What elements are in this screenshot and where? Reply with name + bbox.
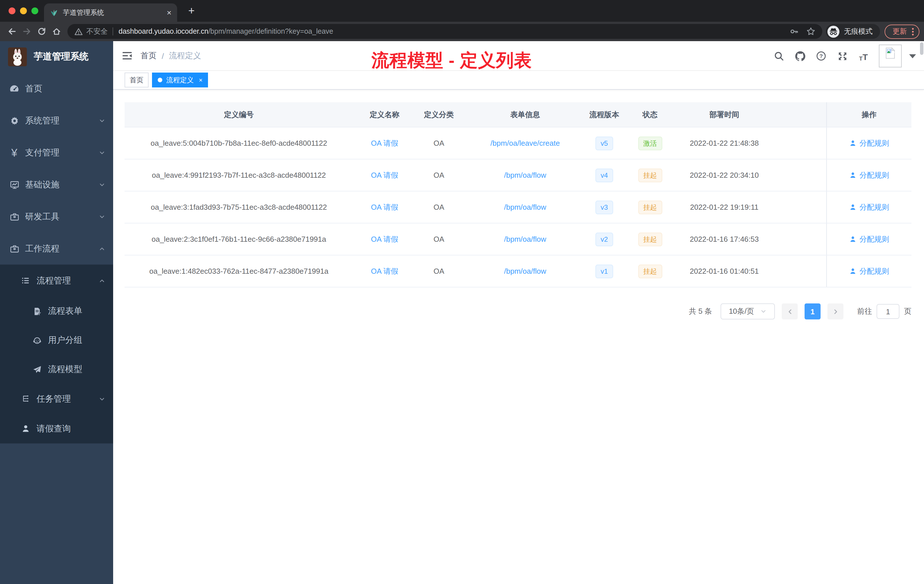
definition-name-link[interactable]: OA 请假 [371,234,398,243]
sidebar-item-label: 流程管理 [36,275,99,286]
prev-page-button[interactable] [782,304,798,319]
column-header: 定义分类 [416,109,462,120]
table-row: oa_leave:3:1fad3d93-7b75-11ec-a3c8-acde4… [125,191,911,223]
annotation-title: 流程模型 - 定义列表 [371,49,532,73]
browser-update-button[interactable]: 更新 [884,24,919,39]
svg-text:?: ? [819,53,823,59]
avatar[interactable] [879,45,902,68]
browser-chrome: 芋道管理系统 × + [0,0,924,41]
url-host: dashboard.yudao.iocoder.cn [119,27,208,35]
sidebar-item-label: 任务管理 [36,393,99,404]
window-minimize-button[interactable] [20,7,27,14]
assign-rule-button[interactable]: 分配规则 [849,202,889,212]
deploy-time: 2022-01-16 01:40:51 [680,267,769,276]
briefcase-icon [9,243,20,254]
address-bar[interactable]: 不安全 dashboard.yudao.iocoder.cn/bpm/manag… [68,24,822,39]
security-label[interactable]: 不安全 [86,26,108,36]
column-header: 定义编号 [125,109,353,120]
sidebar-item-process-form[interactable]: 流程表单 [0,297,113,326]
security-warning-icon[interactable] [74,27,83,36]
page-size-value: 10条/页 [729,306,754,317]
favicon-plant-icon [50,8,58,17]
status-badge: 挂起 [638,168,662,182]
assign-rule-button[interactable]: 分配规则 [849,170,889,180]
assign-rule-label: 分配规则 [860,234,889,244]
tag-process-definition[interactable]: 流程定义 × [152,73,208,87]
incognito-icon [827,25,840,38]
browser-tab[interactable]: 芋道管理系统 × [44,3,177,22]
tag-home[interactable]: 首页 [125,73,148,87]
key-icon[interactable] [790,27,799,36]
font-size-icon[interactable]: TT [858,50,869,62]
avatar-dropdown-icon[interactable] [909,54,916,58]
list-tree-icon [21,276,31,286]
bookmark-star-icon[interactable] [806,27,815,36]
sidebar-item-devtools[interactable]: 研发工具 [0,201,113,233]
form-link[interactable]: /bpm/oa/leave/create [490,139,560,147]
form-link[interactable]: /bpm/oa/flow [504,267,546,276]
goto-page-input[interactable] [876,304,899,319]
assign-rule-button[interactable]: 分配规则 [849,138,889,148]
tag-close-icon[interactable]: × [199,77,203,83]
assign-rule-button[interactable]: 分配规则 [849,266,889,276]
home-icon[interactable] [49,24,64,39]
header-actions: ? TT [773,41,916,71]
chevron-up-icon [99,246,105,252]
paper-plane-icon [32,364,42,374]
sidebar-item-home[interactable]: 首页 [0,73,113,105]
url-path: /bpm/manager/definition?key=oa_leave [208,27,333,35]
definition-id: oa_leave:1:482ec033-762a-11ec-8477-a2380… [125,267,353,276]
table-row: oa_leave:4:991f2193-7b7f-11ec-a3c8-acde4… [125,159,911,191]
tag-label: 流程定义 [166,75,194,85]
sidebar-item-process-mgmt[interactable]: 流程管理 [0,265,113,297]
back-icon[interactable] [5,24,20,39]
form-link[interactable]: /bpm/oa/flow [504,171,546,180]
sidebar-item-process-model[interactable]: 流程模型 [0,355,113,384]
task-tree-icon [21,394,31,404]
form-link[interactable]: /bpm/oa/flow [504,203,546,211]
sidebar-item-user-group[interactable]: 用户分组 [0,326,113,355]
sidebar-item-task-mgmt[interactable]: 任务管理 [0,384,113,414]
assign-rule-button[interactable]: 分配规则 [849,234,889,244]
browser-toolbar: 不安全 dashboard.yudao.iocoder.cn/bpm/manag… [0,22,924,41]
definition-name-link[interactable]: OA 请假 [371,171,398,179]
new-tab-button[interactable]: + [185,5,198,17]
sidebar-item-label: 系统管理 [25,115,99,126]
github-icon[interactable] [794,50,806,62]
column-header: 流程版本 [589,109,620,120]
sidebar-item-leave-query[interactable]: 请假查询 [0,414,113,444]
status-badge: 激活 [638,136,662,150]
reload-icon[interactable] [34,24,49,39]
sidebar-item-label: 流程模型 [48,364,105,375]
page-size-select[interactable]: 10条/页 [721,304,775,319]
tab-close-icon[interactable]: × [167,8,172,16]
sidebar-logo[interactable]: 芋道管理系统 [0,41,113,73]
breadcrumb-home[interactable]: 首页 [140,51,157,61]
sidebar-item-infra[interactable]: 基础设施 [0,168,113,201]
definition-name-link[interactable]: OA 请假 [371,139,398,147]
sidebar-item-payment[interactable]: ¥ 支付管理 [0,137,113,168]
page-content: 定义编号 定义名称 定义分类 表单信息 流程版本 状态 部署时间 操作 oa_l… [113,90,924,319]
form-link[interactable]: /bpm/oa/flow [504,235,546,243]
browser-menu-icon[interactable] [912,28,914,35]
sidebar: 芋道管理系统 首页 [0,41,113,584]
definition-name-link[interactable]: OA 请假 [371,203,398,211]
page-number-button[interactable]: 1 [805,304,820,319]
help-icon[interactable]: ? [815,50,827,62]
sidebar-item-workflow[interactable]: 工作流程 [0,233,113,265]
app-title: 芋道管理系统 [34,51,89,63]
definition-name-link[interactable]: OA 请假 [371,267,398,275]
page-scrollbar[interactable] [919,41,924,584]
tag-label: 首页 [130,75,144,85]
assign-rule-label: 分配规则 [860,138,889,148]
sidebar-item-system[interactable]: 系统管理 [0,105,113,137]
chevron-down-icon [99,181,105,188]
window-close-button[interactable] [8,7,15,14]
fullscreen-icon[interactable] [837,50,848,62]
next-page-button[interactable] [827,304,843,319]
version-badge: v4 [596,168,613,182]
window-zoom-button[interactable] [31,7,38,14]
search-icon[interactable] [773,50,785,62]
forward-icon[interactable] [20,24,34,39]
sidebar-toggle-icon[interactable] [113,41,140,70]
